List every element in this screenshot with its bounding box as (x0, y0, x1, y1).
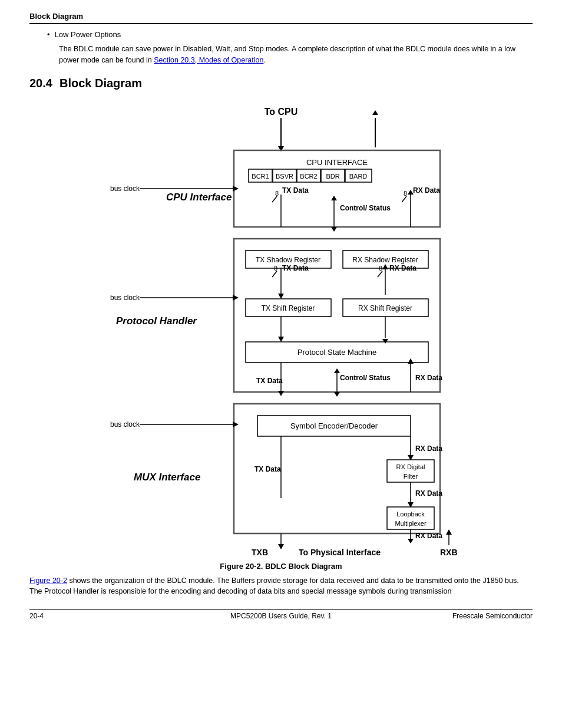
page: Block Diagram • Low Power Options The BD… (0, 0, 562, 632)
bus-clock-cpu: bus clock (110, 185, 140, 193)
to-physical-label: To Physical Interface (299, 548, 381, 557)
svg-line-11 (272, 196, 277, 202)
control-status-ph: Control/ Status (340, 374, 391, 382)
svg-marker-27 (382, 264, 388, 269)
cpu-interface-box-label: CPU INTERFACE (306, 158, 368, 167)
svg-marker-55 (408, 539, 414, 543)
svg-marker-57 (233, 421, 239, 427)
svg-marker-59 (278, 544, 284, 549)
rx-digital-filter-label-1: RX Digital (396, 463, 425, 470)
svg-marker-61 (446, 529, 452, 535)
block-diagram-svg: To CPU CPU INTERFACE BCR1 BSVR BCR2 BDR … (75, 97, 487, 557)
svg-marker-24 (278, 294, 284, 299)
bullet-text: Low Power Options (55, 30, 121, 39)
eight-1: 8 (275, 190, 279, 197)
tx-shadow-label: TX Shadow Register (256, 256, 320, 264)
mux-interface-label: MUX Interface (134, 472, 200, 483)
body-text-content: The BDLC module can save power in Disabl… (59, 45, 515, 64)
footer-right: Freescale Semiconductor (452, 612, 533, 620)
rx-shadow-label: RX Shadow Register (352, 256, 418, 264)
bullet-section: • Low Power Options (47, 30, 533, 39)
svg-line-28 (378, 271, 382, 277)
top-bar: Block Diagram (29, 12, 533, 24)
rx-data-ph: RX Data (389, 264, 416, 272)
symbol-encoder-label: Symbol Encoder/Decoder (290, 421, 378, 430)
svg-line-25 (272, 271, 277, 277)
rx-data-mux-mid: RX Data (415, 489, 442, 498)
tx-data-mux: TX Data (254, 465, 281, 473)
protocol-handler-label: Protocol Handler (116, 315, 197, 327)
txb-label: TXB (252, 548, 268, 557)
eight-rx-ph: 8 (379, 265, 382, 272)
svg-marker-19 (233, 186, 239, 192)
svg-marker-34 (382, 339, 388, 344)
reg-bdr: BDR (326, 173, 339, 180)
footer-left: 20-4 (29, 612, 44, 620)
bullet-dot: • (47, 30, 50, 39)
rx-data-mux-top: RX Data (415, 444, 442, 453)
section-heading: 20.4 Block Diagram (29, 77, 533, 90)
rx-digital-filter-label-2: Filter (404, 473, 418, 480)
protocol-state-machine-label: Protocol State Machine (297, 348, 376, 357)
cpu-interface-side-label: CPU Interface (166, 192, 232, 203)
rx-data-mux-bottom: RX Data (415, 532, 442, 540)
reg-bcr2: BCR2 (300, 173, 317, 180)
bus-clock-mux: bus clock (110, 420, 140, 429)
figure-caption: Figure 20-2. BDLC Block Diagram (29, 562, 533, 571)
eight-rx-cpu: 8 (404, 190, 407, 197)
svg-marker-32 (278, 337, 284, 342)
tx-shift-label: TX Shift Register (262, 304, 315, 312)
svg-marker-37 (278, 391, 284, 396)
svg-marker-42 (408, 358, 414, 364)
loopback-label-2: Multiplexer (395, 520, 427, 527)
reg-bsvr: BSVR (276, 173, 293, 180)
svg-marker-14 (331, 196, 337, 200)
rxb-label: RXB (440, 548, 458, 557)
rx-shift-label: RX Shift Register (358, 304, 412, 312)
top-bar-title: Block Diagram (29, 12, 83, 21)
reg-bcr1: BCR1 (252, 173, 269, 180)
section-title: Block Diagram (59, 77, 142, 90)
tx-data-cpu: TX Data (282, 186, 309, 195)
body-text-1: The BDLC module can save power in Disabl… (59, 44, 533, 66)
svg-marker-3 (372, 110, 378, 115)
svg-marker-40 (334, 368, 340, 373)
tx-data-ph-bottom: TX Data (256, 377, 283, 385)
to-cpu-label: To CPU (265, 107, 298, 117)
diagram-container: To CPU CPU INTERFACE BCR1 BSVR BCR2 BDR … (29, 97, 533, 557)
caption-body: shows the organization of the BDLC modul… (29, 577, 519, 596)
bus-clock-ph: bus clock (110, 294, 140, 302)
svg-marker-13 (331, 227, 337, 232)
figure-label: Figure 20-2. BDLC Block Diagram (220, 562, 342, 571)
control-status-cpu: Control/ Status (340, 204, 391, 212)
svg-marker-39 (334, 392, 340, 397)
page-footer: 20-4 MPC5200B Users Guide, Rev. 1 Freesc… (29, 609, 533, 620)
reg-bard: BARD (349, 173, 368, 180)
caption-text: Figure 20-2 shows the organization of th… (29, 575, 533, 598)
footer-center: MPC5200B Users Guide, Rev. 1 (230, 612, 332, 620)
tx-data-ph: TX Data (282, 264, 309, 272)
svg-line-17 (402, 196, 406, 202)
rx-data-ph-bottom: RX Data (415, 374, 442, 382)
section-number: 20.4 (29, 77, 52, 90)
rx-data-cpu: RX Data (413, 186, 440, 195)
loopback-label-1: Loopback (396, 510, 425, 518)
svg-marker-44 (233, 295, 239, 301)
eight-tx-ph: 8 (274, 265, 277, 272)
section-link[interactable]: Section 20.3, Modes of Operation (154, 56, 263, 64)
figure-ref-link[interactable]: Figure 20-2 (29, 577, 67, 585)
bullet-item: • Low Power Options (47, 30, 533, 39)
